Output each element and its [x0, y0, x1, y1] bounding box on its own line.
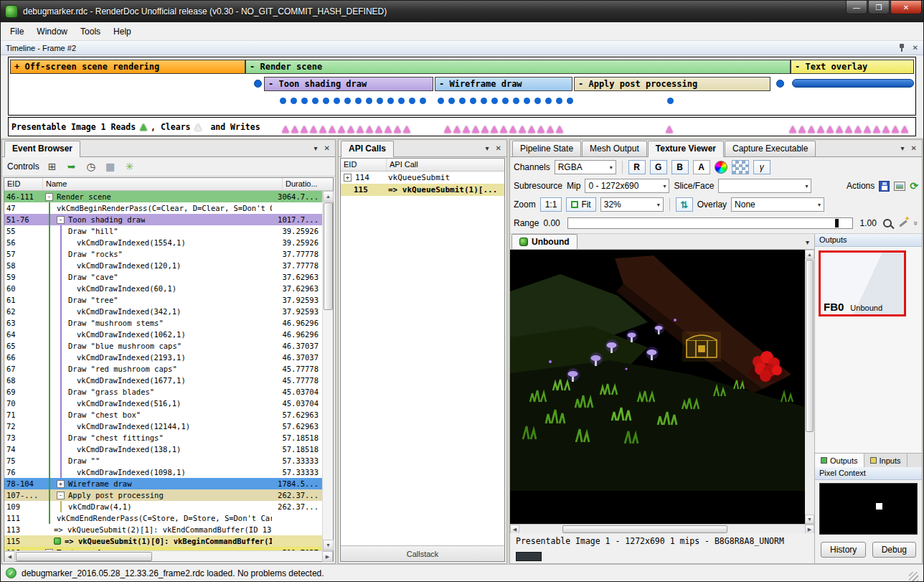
close-button[interactable]: ✕ — [890, 1, 922, 14]
zoom-1to1-button[interactable]: 1:1 — [540, 197, 562, 212]
timeline-bar-offscreen-rendering[interactable]: + Off-screen scene rendering — [10, 60, 245, 74]
maximize-button[interactable]: ❐ — [868, 1, 890, 14]
channels-dropdown[interactable]: RGBA ▾ — [555, 160, 616, 174]
pixel-context-view[interactable] — [819, 483, 918, 535]
bookmark-icon[interactable]: ✳ — [123, 160, 136, 173]
resize-grip[interactable] — [909, 572, 918, 581]
channel-blue-button[interactable]: B — [671, 160, 689, 174]
scroll-left-icon[interactable]: ◀ — [4, 551, 15, 562]
scroll-right-icon[interactable]: ▶ — [322, 551, 333, 562]
draw-dot-icon[interactable] — [301, 98, 308, 104]
texture-vscrollbar[interactable]: ▲ ▼ — [805, 250, 814, 524]
event-row[interactable]: 76vkCmdDrawIndexed(1098,1)57.33333 — [4, 466, 322, 478]
api-call-row[interactable]: 115=> vkQueueSubmit(1)[... — [341, 184, 504, 196]
tree-expander-icon[interactable]: + — [344, 174, 352, 182]
zoom-fit-button[interactable]: Fit — [566, 197, 595, 212]
event-row[interactable]: 58vkCmdDrawIndexed(120,1)37.77778 — [4, 260, 322, 271]
draw-dot-icon[interactable] — [377, 98, 383, 104]
background-color-swatch[interactable] — [516, 552, 542, 561]
timeline-bar-render-scene[interactable]: - Render scene — [245, 60, 791, 74]
draw-dot-icon[interactable] — [344, 98, 351, 104]
write-triangle-icon[interactable] — [798, 126, 806, 133]
tree-expander-icon[interactable]: - — [57, 216, 65, 224]
event-row[interactable]: 60vkCmdDrawIndexed(60,1)37.62963 — [4, 283, 322, 294]
write-triangle-icon[interactable] — [453, 126, 461, 133]
tab-inputs[interactable]: Inputs — [864, 454, 908, 467]
event-row[interactable]: 51-76-Toon shading draw1017.7... — [4, 214, 322, 225]
write-triangle-icon[interactable] — [789, 126, 796, 133]
flip-y-button[interactable]: ⇅ — [676, 197, 693, 212]
save-texture-icon[interactable] — [879, 181, 890, 192]
range-slider[interactable] — [567, 217, 853, 229]
draw-dot-icon[interactable] — [398, 98, 405, 104]
write-triangle-icon[interactable] — [509, 126, 517, 133]
draw-dot-icon[interactable] — [567, 98, 573, 104]
filter-icon[interactable]: ⊞ — [46, 160, 59, 173]
texture-tab-list-icon[interactable]: ▾ — [806, 238, 809, 246]
draw-dot-icon[interactable] — [534, 98, 541, 104]
write-triangle-icon[interactable] — [394, 126, 401, 133]
titlebar[interactable]: debugmarker.rdc - RenderDoc Unofficial r… — [1, 1, 923, 22]
alpha-background-button[interactable] — [732, 160, 749, 174]
minimize-button[interactable]: — — [846, 1, 867, 14]
gamma-button[interactable]: γ — [753, 160, 770, 174]
tab-texture-viewer[interactable]: Texture Viewer — [648, 141, 724, 157]
draw-dot-icon[interactable] — [502, 98, 509, 104]
event-row[interactable]: 67Draw "red mushroom caps"45.77778 — [4, 363, 322, 375]
tab-capture-executable[interactable]: Capture Executable — [725, 141, 816, 156]
event-row[interactable]: 64vkCmdDrawIndexed(1062,1)46.96296 — [4, 329, 322, 340]
channel-alpha-button[interactable]: A — [693, 160, 710, 174]
event-row[interactable]: 70vkCmdDrawIndexed(516,1)45.03704 — [4, 398, 322, 409]
texture-hscrollbar[interactable]: ◀ ▶ — [510, 524, 814, 533]
scroll-thumb[interactable] — [562, 525, 727, 533]
write-triangle-icon[interactable] — [817, 126, 824, 133]
tree-expander-icon[interactable]: - — [45, 193, 53, 201]
timeline-panel-header[interactable]: Timeline - Frame #2 ✕ — [1, 41, 923, 55]
tab-pipeline-state[interactable]: Pipeline State — [512, 141, 581, 156]
tab-api-calls[interactable]: API Calls — [341, 141, 394, 157]
write-triangle-icon[interactable] — [403, 126, 410, 133]
event-row[interactable]: 57Draw "rocks"37.77778 — [4, 248, 322, 260]
event-row[interactable]: 69Draw "grass blades"45.03704 — [4, 386, 322, 398]
column-eid[interactable]: EID — [4, 178, 43, 190]
draw-dot-icon[interactable] — [524, 98, 530, 104]
timeline-bar-toon-shading[interactable]: - Toon shading draw — [264, 77, 433, 91]
column-api-call[interactable]: API Call — [387, 159, 504, 171]
dock-close-icon[interactable]: ✕ — [324, 144, 330, 152]
event-row[interactable]: 74vkCmdDrawIndexed(138,1)57.18518 — [4, 443, 322, 455]
dock-menu-icon[interactable]: ▾ — [901, 144, 905, 152]
timeline-close-icon[interactable]: ✕ — [913, 44, 918, 52]
write-triangle-icon[interactable] — [310, 126, 317, 133]
menu-tools[interactable]: Tools — [74, 24, 107, 39]
mip-dropdown[interactable]: 0 - 1272x690 ▾ — [585, 179, 669, 193]
timeline-marker-dot[interactable] — [776, 80, 784, 88]
scroll-thumb[interactable] — [806, 260, 814, 432]
write-triangle-icon[interactable] — [500, 126, 507, 133]
draw-dot-icon[interactable] — [323, 98, 329, 104]
event-row[interactable]: 68vkCmdDrawIndexed(1677,1)45.77778 — [4, 375, 322, 386]
draw-dot-icon[interactable] — [334, 98, 340, 104]
column-eid[interactable]: EID — [341, 159, 387, 171]
event-row[interactable]: 62vkCmdDrawIndexed(342,1)37.92593 — [4, 306, 322, 317]
draw-dot-icon[interactable] — [280, 98, 286, 104]
event-row[interactable]: 72vkCmdDrawIndexed(12144,1)57.62963 — [4, 421, 322, 432]
event-row[interactable]: 56vkCmdDrawIndexed(1554,1)39.25926 — [4, 237, 322, 248]
history-button[interactable]: History — [821, 542, 866, 558]
write-triangle-icon[interactable] — [472, 126, 479, 133]
timeline-marker-dot[interactable] — [254, 80, 262, 88]
tree-expander-icon[interactable]: + — [57, 480, 65, 488]
write-triangle-icon[interactable] — [547, 126, 554, 133]
write-triangle-icon[interactable] — [666, 126, 673, 133]
scroll-down-icon[interactable]: ▼ — [323, 540, 334, 550]
event-row[interactable]: 75Draw ""57.33333 — [4, 455, 322, 466]
write-triangle-icon[interactable] — [537, 126, 544, 133]
write-triangle-icon[interactable] — [463, 126, 470, 133]
event-row[interactable]: 59Draw "cave"37.62963 — [4, 271, 322, 283]
timeline-bar-text-overlay[interactable]: - Text overlay — [791, 60, 914, 74]
draw-dot-icon[interactable] — [448, 98, 455, 104]
draw-dot-icon[interactable] — [420, 98, 426, 104]
write-triangle-icon[interactable] — [301, 126, 308, 133]
draw-dot-icon[interactable] — [481, 98, 487, 104]
time-durations-icon[interactable]: ◷ — [85, 160, 98, 173]
draw-dot-icon[interactable] — [545, 98, 552, 104]
